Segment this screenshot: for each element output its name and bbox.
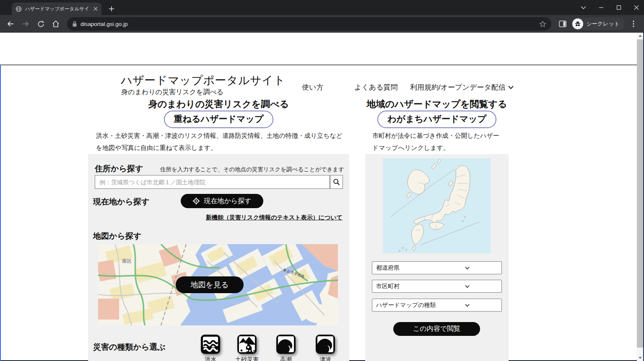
disaster-tsunami[interactable]: 津波 [315, 334, 342, 361]
nav-label: 使い方 [302, 83, 323, 92]
side-panel-icon[interactable] [556, 18, 569, 30]
municipality-select[interactable]: 市区町村 [372, 280, 502, 293]
new-tab-icon[interactable] [106, 4, 117, 14]
storm-surge-icon [276, 334, 296, 354]
kasaneru-panel: 住所から探す 住所を入力することで、その地点の災害リスクを調べることができます … [88, 154, 349, 361]
window-minimize-icon[interactable] [599, 5, 604, 10]
address-search-input[interactable] [95, 175, 330, 189]
view-map-button[interactable]: 地図を見る [176, 276, 244, 293]
kasaneru-badge: 重ねるハザードマップ [164, 111, 274, 128]
map-search-title: 地図から探す [93, 231, 141, 242]
japan-map-svg [383, 158, 491, 253]
wagamachi-panel: 都道府県 市区町村 ハザードマップの種類 この内容で閲覧 [365, 154, 509, 361]
tokyo-map-image: 港区 東京湾岸道路 地図を見る [98, 244, 338, 325]
map-label-minato: 港区 [122, 258, 132, 264]
back-icon[interactable] [4, 18, 17, 30]
disaster-storm-surge[interactable]: 高潮 [276, 334, 303, 361]
address-bar[interactable]: disaportal.gsi.go.jp [67, 17, 551, 31]
page-scrollbar [637, 33, 643, 361]
lock-icon [72, 21, 77, 27]
reload-icon[interactable] [34, 18, 47, 30]
browser-toolbar: disaportal.gsi.go.jp シークレット [0, 15, 644, 33]
window-close-icon[interactable] [634, 5, 639, 10]
current-location-title: 現在地から探す [93, 196, 149, 207]
wagamachi-badge-row: わがまちハザードマップ [365, 111, 509, 128]
prefecture-select-value: 都道府県 [376, 264, 437, 272]
url-text: disaportal.gsi.go.jp [80, 21, 536, 27]
nav-faq[interactable]: よくある質問 [354, 83, 398, 92]
current-location-button-label: 現在地から探す [204, 197, 251, 206]
wagamachi-heading: 地域のハザードマップを閲覧する [365, 98, 509, 111]
incognito-icon [572, 18, 583, 29]
wagamachi-badge: わがまちハザードマップ [377, 111, 496, 128]
window-chevron-down-icon[interactable] [581, 6, 586, 9]
search-icon [333, 178, 340, 186]
forward-icon[interactable] [19, 18, 32, 30]
nav-terms-opendata[interactable]: 利用規約/オープンデータ配信 [410, 83, 514, 92]
current-location-button[interactable]: 現在地から探す [181, 194, 263, 208]
menu-dots-icon[interactable] [627, 18, 640, 30]
site-header: ハザードマップポータルサイト 身のまわりの災害リスクを調べる 使い方 よくある質… [0, 33, 637, 65]
kasaneru-heading: 身のまわりの災害リスクを調べる [88, 98, 349, 111]
nav-label: 利用規約/オープンデータ配信 [410, 83, 506, 92]
address-search-hint: 住所を入力することで、その地点の災害リスクを調べることができます [160, 166, 344, 173]
disaster-landslide[interactable]: 土砂災害 [237, 334, 264, 361]
view-with-selection-button[interactable]: この内容で閲覧 [393, 322, 480, 336]
japan-map-image [383, 158, 491, 255]
locate-icon [192, 197, 200, 205]
scrollbar-thumb[interactable] [637, 39, 643, 348]
flood-icon [200, 334, 221, 354]
prefecture-select[interactable]: 都道府県 [372, 261, 502, 274]
site-subtitle: 身のまわりの災害リスクを調べる [121, 88, 223, 97]
titlebar: ハザードマップポータルサイト [0, 0, 644, 15]
disaster-label: 津波 [309, 356, 342, 361]
chevron-down-icon [508, 85, 514, 89]
window-maximize-icon[interactable] [616, 5, 621, 10]
nav-label: よくある質問 [354, 83, 398, 92]
tsunami-icon [315, 334, 335, 354]
window-controls [581, 0, 639, 15]
nav-how-to-use[interactable]: 使い方 [302, 83, 323, 92]
landslide-icon [237, 334, 257, 354]
disaster-label: 高潮 [269, 356, 303, 361]
kasaneru-badge-row: 重ねるハザードマップ [88, 111, 349, 128]
tab-title: ハザードマップポータルサイト [25, 6, 90, 12]
chevron-down-icon [437, 285, 498, 288]
tab-close-icon[interactable] [93, 7, 98, 11]
disaster-type-title: 災害の種類から選ぶ [93, 342, 166, 353]
disaster-label: 土砂災害 [230, 356, 264, 361]
wagamachi-description: 市町村が法令に基づき作成・公開したハザードマップへリンクします。 [372, 129, 501, 154]
address-search-button[interactable] [330, 175, 343, 189]
kasaneru-description: 洪水・土砂災害・高潮・津波のリスク情報、道路防災情報、土地の特徴・成り立ちなどを… [96, 129, 347, 154]
address-search-title: 住所から探す [95, 163, 143, 174]
scrollbar-down-icon[interactable] [637, 355, 643, 361]
home-icon[interactable] [49, 18, 62, 30]
site-title[interactable]: ハザードマップポータルサイト [121, 73, 286, 88]
globe-favicon-icon [16, 6, 22, 12]
disaster-flood[interactable]: 洪水 [200, 334, 227, 361]
hazard-type-select[interactable]: ハザードマップの種類 [372, 299, 502, 312]
municipality-select-value: 市区町村 [376, 283, 437, 290]
chevron-down-icon [437, 266, 498, 270]
bookmark-star-icon[interactable] [539, 21, 546, 28]
disaster-label: 洪水 [194, 356, 227, 361]
browser-tab[interactable]: ハザードマップポータルサイト [12, 3, 101, 15]
hazard-type-select-value: ハザードマップの種類 [376, 302, 437, 309]
incognito-label: シークレット [586, 20, 620, 28]
chevron-down-icon [437, 304, 498, 307]
browser-window: ハザードマップポータルサイト [0, 0, 644, 361]
new-feature-link[interactable]: 新機能（災害リスク情報のテキスト表示）について [206, 214, 343, 222]
incognito-profile-chip[interactable]: シークレット [571, 18, 625, 30]
scrollbar-up-icon[interactable] [637, 33, 643, 39]
